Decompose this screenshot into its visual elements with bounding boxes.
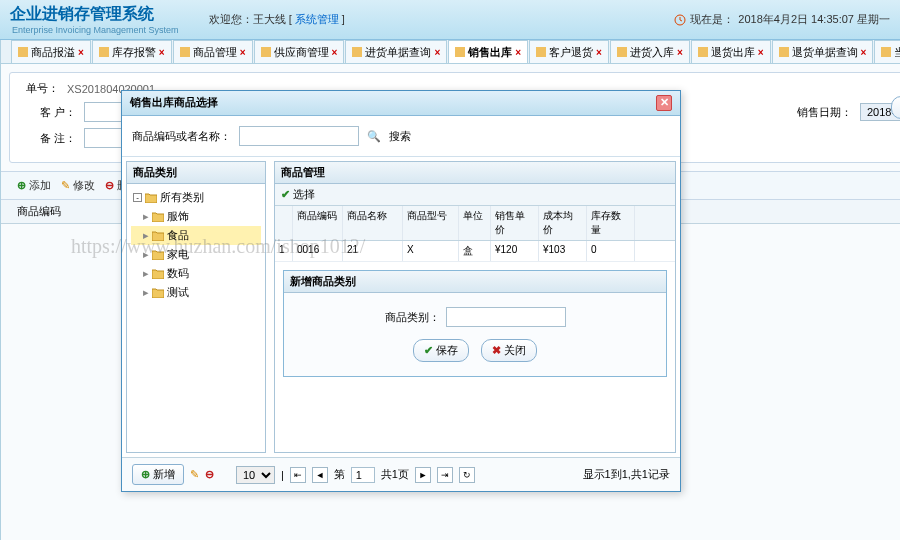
tab[interactable]: 进货单据查询× [345,40,447,63]
footer-add-button[interactable]: ⊕新增 [132,464,184,485]
check-icon: ✔ [281,188,290,201]
svg-rect-44 [881,47,891,57]
tab-bar: 商品报溢×库存报警×商品管理×供应商管理×进货单据查询×销售出库×客户退货×进货… [1,40,900,64]
minus-icon[interactable]: ⊖ [205,468,214,481]
product-panel: 商品管理 ✔ 选择 商品编码商品名称商品型号单位销售单价成本均价库存数量 100… [274,161,676,453]
pager-next[interactable]: ► [415,467,431,483]
role-link[interactable]: 系统管理 [295,13,339,25]
tab-close-icon[interactable]: × [596,47,602,58]
branch-icon: ▸ [143,248,149,261]
tab[interactable]: 客户退货× [529,40,609,63]
clock-icon [674,14,686,26]
tab-close-icon[interactable]: × [434,47,440,58]
plus-icon: ⊕ [141,468,150,481]
app-subtitle: Enterprise Invoicing Management System [12,25,179,35]
tab-close-icon[interactable]: × [159,47,165,58]
category-item[interactable]: ▸家电 [131,245,261,264]
tab[interactable]: 进货入库× [610,40,690,63]
category-item[interactable]: ▸测试 [131,283,261,302]
search-button[interactable]: 搜索 [389,129,411,144]
sub-close-button[interactable]: ✖关闭 [481,339,537,362]
check-icon: ✔ [424,344,433,357]
branch-icon: ▸ [143,229,149,242]
product-grid-row[interactable]: 1001621X盒¥120¥1030 [275,241,675,262]
cat-root[interactable]: - 所有类别 [131,188,261,207]
category-item[interactable]: ▸服饰 [131,207,261,226]
collapse-icon[interactable]: - [133,193,142,202]
tab-icon [881,47,891,57]
tab-close-icon[interactable]: × [332,47,338,58]
tab[interactable]: 销售出库× [448,40,528,63]
branch-icon: ▸ [143,267,149,280]
plus-icon: ⊕ [17,179,26,192]
folder-icon [152,250,164,260]
folder-icon [152,288,164,298]
tab[interactable]: 商品报溢× [11,40,91,63]
tab-icon [536,47,546,57]
category-item[interactable]: ▸数码 [131,264,261,283]
tab-icon [617,47,627,57]
app-title: 企业进销存管理系统 [10,4,179,25]
x-icon: ✖ [492,344,501,357]
branch-icon: ▸ [143,210,149,223]
tab[interactable]: 供应商管理× [254,40,345,63]
edit-button[interactable]: ✎修改 [61,178,95,193]
tab[interactable]: 退货单据查询× [772,40,874,63]
minus-icon: ⊖ [105,179,114,192]
svg-rect-36 [180,47,190,57]
category-name-input[interactable] [446,307,566,327]
select-product-button[interactable]: 选择 [293,187,315,202]
add-category-dialog: 新增商品类别 商品类别： ✔保存 ✖关闭 [283,270,667,377]
tab-icon [779,47,789,57]
sub-save-button[interactable]: ✔保存 [413,339,469,362]
svg-rect-38 [352,47,362,57]
pager-last[interactable]: ⇥ [437,467,453,483]
svg-rect-42 [698,47,708,57]
app-header: 企业进销存管理系统 Enterprise Invoicing Managemen… [0,0,900,40]
folder-icon [152,269,164,279]
tab[interactable]: 当前库存查询× [874,40,900,63]
svg-rect-37 [261,47,271,57]
pager-refresh[interactable]: ↻ [459,467,475,483]
tab-close-icon[interactable]: × [758,47,764,58]
dialog-titlebar[interactable]: 销售出库商品选择 ✕ [122,91,680,116]
folder-icon [152,231,164,241]
svg-rect-43 [779,47,789,57]
page-size-select[interactable]: 10 [236,466,275,484]
tab-close-icon[interactable]: × [78,47,84,58]
svg-rect-34 [18,47,28,57]
add-button[interactable]: ⊕添加 [17,178,51,193]
tab-close-icon[interactable]: × [515,47,521,58]
tab-icon [180,47,190,57]
tab-close-icon[interactable]: × [677,47,683,58]
welcome-text: 欢迎您：王大线 [ 系统管理 ] [209,12,345,27]
dialog-footer: ⊕新增 ✎ ⊖ 10 | ⇤ ◄ 第 共1页 ► ⇥ ↻ 显示1到1,共1记录 [122,457,680,491]
pager-summary: 显示1到1,共1记录 [583,467,670,482]
tab-icon [455,47,465,57]
save-order-button[interactable]: ✔ 保存 [891,96,900,119]
search-icon[interactable]: 🔍 [367,130,381,143]
tab-icon [352,47,362,57]
category-item[interactable]: ▸食品 [131,226,261,245]
tab-close-icon[interactable]: × [861,47,867,58]
branch-icon: ▸ [143,286,149,299]
tab[interactable]: 退货出库× [691,40,771,63]
product-search-input[interactable] [239,126,359,146]
product-select-dialog: 销售出库商品选择 ✕ 商品编码或者名称： 🔍 搜索 商品类别 - 所有类别 [121,90,681,492]
page-input[interactable] [351,467,375,483]
dialog-close-button[interactable]: ✕ [656,95,672,111]
svg-rect-40 [536,47,546,57]
tab-icon [261,47,271,57]
tab-icon [18,47,28,57]
category-panel: 商品类别 - 所有类别 ▸服饰▸食品▸家电▸数码▸测试 [126,161,266,453]
pager-prev[interactable]: ◄ [312,467,328,483]
clock-area: 现在是：2018年4月2日 14:35:07 星期一 [674,12,890,27]
tab-close-icon[interactable]: × [240,47,246,58]
folder-icon [145,193,157,203]
tab[interactable]: 商品管理× [173,40,253,63]
tab[interactable]: 库存报警× [92,40,172,63]
tab-icon [698,47,708,57]
pencil-icon[interactable]: ✎ [190,468,199,481]
pager-first[interactable]: ⇤ [290,467,306,483]
svg-rect-41 [617,47,627,57]
